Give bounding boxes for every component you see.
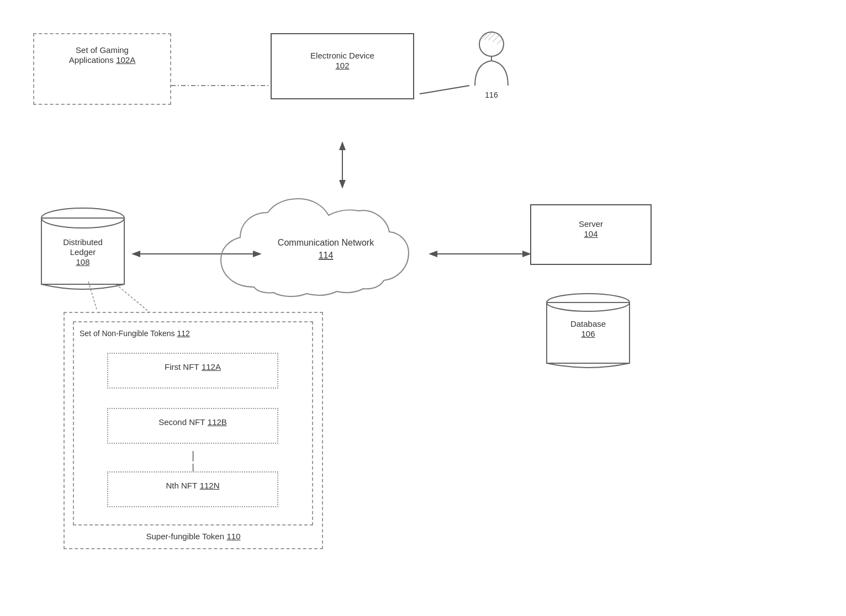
svg-line-9: [420, 86, 469, 94]
distributed-ledger-ref: 108: [76, 257, 89, 267]
database-ref: 106: [581, 329, 595, 338]
nft-set-label: Set of Non-Fungible Tokens: [80, 329, 177, 338]
second-nft-box: Second NFT 112B: [107, 408, 278, 444]
user-icon: 116: [469, 30, 514, 97]
second-nft-label: Second NFT: [158, 417, 205, 427]
diagram-container: Set of Gaming Applications 102A Electron…: [0, 0, 846, 616]
nth-nft-label: Nth NFT: [166, 481, 198, 490]
first-nft-box: First NFT 112A: [107, 353, 278, 389]
server-box: Server 104: [530, 204, 652, 265]
electronic-device-label: Electronic Device: [310, 51, 374, 60]
super-fungible-label: Super-fungible Token: [146, 532, 225, 541]
database-cylinder: Database 106: [541, 287, 635, 375]
electronic-device-ref: 102: [335, 61, 349, 70]
gaming-apps-box: Set of Gaming Applications 102A: [33, 33, 171, 105]
nth-nft-ref: 112N: [200, 481, 220, 490]
user-ref: 116: [485, 91, 498, 99]
super-fungible-ref: 110: [226, 532, 240, 541]
first-nft-label: First NFT: [165, 362, 199, 371]
gaming-apps-label: Set of Gaming: [76, 45, 129, 55]
server-label: Server: [579, 219, 603, 229]
database-label: Database: [570, 319, 606, 328]
distributed-ledger-cylinder: Distributed Ledger 108: [36, 201, 130, 298]
super-fungible-token-box: Set of Non-Fungible Tokens 112 First NFT…: [64, 312, 323, 549]
gaming-apps-label2: Applications: [69, 55, 114, 65]
svg-text:Communication Network: Communication Network: [278, 238, 374, 247]
svg-text:114: 114: [319, 251, 334, 260]
comm-network-cloud: Communication Network 114: [210, 188, 442, 320]
svg-point-12: [479, 32, 504, 56]
gaming-apps-ref: 102A: [116, 55, 135, 65]
distributed-ledger-label: Distributed: [63, 237, 103, 247]
server-ref: 104: [584, 229, 598, 238]
nft-set-box: Set of Non-Fungible Tokens 112 First NFT…: [73, 321, 313, 525]
second-nft-ref: 112B: [208, 417, 227, 427]
first-nft-ref: 112A: [202, 362, 221, 371]
svg-line-17: [493, 35, 500, 42]
distributed-ledger-label2: Ledger: [70, 247, 96, 257]
svg-line-16: [488, 33, 496, 40]
dots-separator: ||: [192, 449, 194, 474]
electronic-device-box: Electronic Device 102: [271, 33, 414, 99]
nft-set-ref: 112: [177, 329, 189, 338]
nth-nft-box: Nth NFT 112N: [107, 471, 278, 507]
svg-line-18: [497, 39, 503, 44]
